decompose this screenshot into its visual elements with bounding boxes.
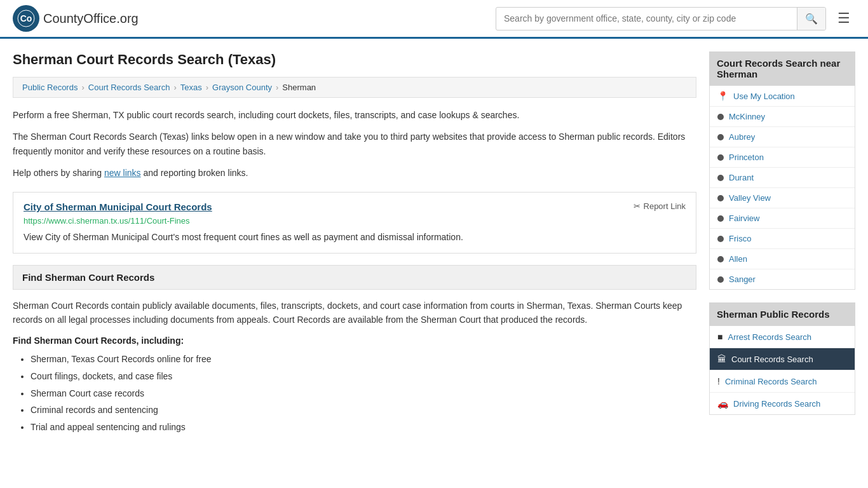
sidebar-item-frisco[interactable]: Frisco	[710, 229, 855, 249]
find-list: Sherman, Texas Court Records online for …	[31, 351, 696, 435]
use-my-location-link[interactable]: Use My Location	[733, 92, 795, 101]
breadcrumb-texas[interactable]: Texas	[180, 83, 202, 92]
new-links-link[interactable]: new links	[104, 168, 141, 178]
logo-area: Co CountyOffice.org	[13, 5, 139, 32]
sidebar: Court Records Search near Sherman 📍 Use …	[709, 51, 855, 435]
criminal-icon: !	[717, 376, 720, 386]
dot-icon	[717, 154, 724, 161]
sidebar-item-valley-view[interactable]: Valley View	[710, 188, 855, 208]
sidebar-public-records-section: Sherman Public Records ■ Arrest Records …	[709, 302, 855, 415]
description-para3: Help others by sharing new links and rep…	[13, 166, 696, 180]
breadcrumb: Public Records › Court Records Search › …	[13, 77, 696, 98]
sidebar-driving-records[interactable]: 🚗 Driving Records Search	[710, 393, 855, 414]
find-section-desc: Sherman Court Records contain publicly a…	[13, 299, 696, 327]
dot-icon	[717, 114, 724, 120]
hamburger-menu[interactable]: ☰	[832, 8, 855, 29]
breadcrumb-sherman: Sherman	[282, 83, 316, 92]
list-item: Sherman Court case records	[31, 385, 696, 402]
search-button[interactable]: 🔍	[797, 8, 825, 30]
record-card: City of Sherman Municipal Court Records …	[13, 192, 696, 254]
sidebar-criminal-records[interactable]: ! Criminal Records Search	[710, 370, 855, 393]
sidebar-nearby-section: Court Records Search near Sherman 📍 Use …	[709, 51, 855, 290]
dot-icon	[717, 195, 724, 201]
dot-icon	[717, 236, 724, 242]
record-card-title[interactable]: City of Sherman Municipal Court Records	[24, 201, 212, 212]
sidebar-arrest-records[interactable]: ■ Arrest Records Search	[710, 326, 855, 348]
sidebar-public-records-links: ■ Arrest Records Search 🏛 Court Records …	[709, 326, 855, 415]
arrest-icon: ■	[717, 332, 722, 342]
location-icon: 📍	[717, 91, 728, 101]
svg-text:Co: Co	[20, 13, 32, 24]
logo-icon: Co	[13, 5, 39, 32]
header-right: 🔍 ☰	[496, 7, 855, 30]
dot-icon	[717, 215, 724, 222]
court-icon: 🏛	[717, 354, 726, 364]
list-item: Court filings, dockets, and case files	[31, 368, 696, 385]
list-item: Criminal records and sentencing	[31, 402, 696, 419]
dot-icon	[717, 276, 724, 283]
find-section-subheading: Find Sherman Court Records, including:	[13, 336, 696, 346]
description-para2: The Sherman Court Records Search (Texas)…	[13, 130, 696, 158]
page-title: Sherman Court Records Search (Texas)	[13, 51, 696, 68]
list-item: Sherman, Texas Court Records online for …	[31, 351, 696, 368]
breadcrumb-grayson-county[interactable]: Grayson County	[212, 83, 272, 92]
main-container: Sherman Court Records Search (Texas) Pub…	[0, 39, 868, 448]
sidebar-nearby-links: 📍 Use My Location McKinney Aubrey Prince…	[709, 86, 855, 290]
sidebar-court-records[interactable]: 🏛 Court Records Search	[710, 348, 855, 370]
dot-icon	[717, 256, 724, 262]
breadcrumb-public-records[interactable]: Public Records	[22, 83, 78, 92]
description-para1: Perform a free Sherman, TX public court …	[13, 108, 696, 122]
sidebar-use-my-location[interactable]: 📍 Use My Location	[710, 86, 855, 107]
sidebar-nearby-title: Court Records Search near Sherman	[709, 51, 855, 86]
sidebar-item-princeton[interactable]: Princeton	[710, 147, 855, 168]
content-area: Sherman Court Records Search (Texas) Pub…	[13, 51, 696, 435]
breadcrumb-court-records-search[interactable]: Court Records Search	[88, 83, 170, 92]
sidebar-item-mckinney[interactable]: McKinney	[710, 107, 855, 127]
report-icon: ✂	[634, 201, 641, 211]
sidebar-item-fairview[interactable]: Fairview	[710, 208, 855, 229]
find-section-header: Find Sherman Court Records	[13, 265, 696, 290]
record-card-desc: View City of Sherman Municipal Court's m…	[24, 231, 686, 244]
logo-text: CountyOffice.org	[43, 11, 139, 26]
report-link[interactable]: ✂ Report Link	[634, 201, 686, 211]
sidebar-public-records-title: Sherman Public Records	[709, 302, 855, 326]
sidebar-item-aubrey[interactable]: Aubrey	[710, 127, 855, 147]
sidebar-item-sanger[interactable]: Sanger	[710, 269, 855, 289]
driving-icon: 🚗	[717, 398, 728, 409]
record-card-header: City of Sherman Municipal Court Records …	[24, 201, 686, 212]
list-item: Trial and appeal sentencing and rulings	[31, 419, 696, 436]
dot-icon	[717, 134, 724, 140]
sidebar-item-durant[interactable]: Durant	[710, 168, 855, 188]
header: Co CountyOffice.org 🔍 ☰	[0, 0, 868, 39]
record-card-url: https://www.ci.sherman.tx.us/111/Court-F…	[24, 216, 686, 226]
search-bar: 🔍	[496, 7, 826, 30]
dot-icon	[717, 175, 724, 181]
search-input[interactable]	[496, 8, 797, 29]
sidebar-item-allen[interactable]: Allen	[710, 249, 855, 269]
